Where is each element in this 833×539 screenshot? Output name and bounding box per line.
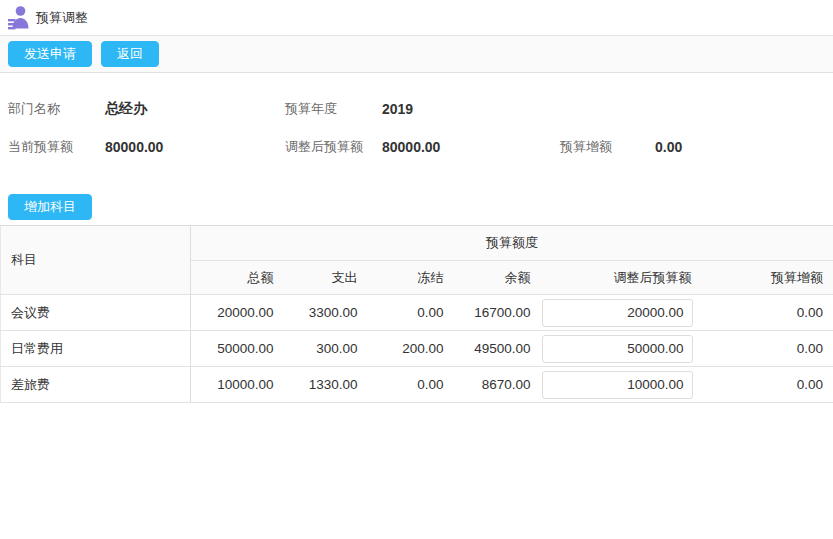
frozen-cell: 0.00 xyxy=(368,295,454,331)
department-label: 部门名称 xyxy=(8,100,60,118)
column-header-balance: 余额 xyxy=(454,261,541,295)
column-header-increase: 预算增额 xyxy=(702,261,833,295)
department-value: 总经办 xyxy=(105,100,147,118)
budget-table: 科目 预算额度 总额 支出 冻结 余额 调整后预算额 预算增额 会议费 2000… xyxy=(0,225,833,403)
adjusted-budget-label: 调整后预算额 xyxy=(285,138,363,156)
frozen-cell: 200.00 xyxy=(368,331,454,367)
budget-year-label: 预算年度 xyxy=(285,100,337,118)
adjusted-cell xyxy=(541,367,702,403)
subject-cell: 日常费用 xyxy=(1,331,191,367)
frozen-cell: 0.00 xyxy=(368,367,454,403)
column-header-spent: 支出 xyxy=(284,261,368,295)
column-header-total: 总额 xyxy=(191,261,284,295)
spent-cell: 300.00 xyxy=(284,331,368,367)
column-group-header-quota: 预算额度 xyxy=(191,226,833,261)
summary-row-1: 部门名称 总经办 预算年度 2019 xyxy=(0,90,833,128)
adjusted-budget-value: 80000.00 xyxy=(382,139,440,155)
summary-row-2: 当前预算额 80000.00 调整后预算额 80000.00 预算增额 0.00 xyxy=(0,128,833,166)
table-row: 差旅费 10000.00 1330.00 0.00 8670.00 0.00 xyxy=(1,367,833,403)
add-subject-button[interactable]: 增加科目 xyxy=(8,194,92,220)
column-header-frozen: 冻结 xyxy=(368,261,454,295)
spent-cell: 3300.00 xyxy=(284,295,368,331)
current-budget-label: 当前预算额 xyxy=(8,138,73,156)
subject-cell: 差旅费 xyxy=(1,367,191,403)
balance-cell: 16700.00 xyxy=(454,295,541,331)
spent-cell: 1330.00 xyxy=(284,367,368,403)
balance-cell: 49500.00 xyxy=(454,331,541,367)
adjusted-budget-input[interactable] xyxy=(542,371,693,399)
adjusted-budget-input[interactable] xyxy=(542,335,693,363)
budget-increase-value: 0.00 xyxy=(655,139,682,155)
budget-year-value: 2019 xyxy=(382,101,413,117)
budget-increase-label: 预算增额 xyxy=(560,138,612,156)
send-request-button[interactable]: 发送申请 xyxy=(8,41,92,67)
column-header-adjusted: 调整后预算额 xyxy=(541,261,702,295)
increase-cell: 0.00 xyxy=(702,367,833,403)
action-toolbar: 发送申请 返回 xyxy=(0,36,833,73)
add-subject-row: 增加科目 xyxy=(8,194,833,220)
total-cell: 50000.00 xyxy=(191,331,284,367)
table-row: 日常费用 50000.00 300.00 200.00 49500.00 0.0… xyxy=(1,331,833,367)
total-cell: 20000.00 xyxy=(191,295,284,331)
adjusted-budget-input[interactable] xyxy=(542,299,693,327)
user-report-icon xyxy=(8,5,29,30)
table-row: 会议费 20000.00 3300.00 0.00 16700.00 0.00 xyxy=(1,295,833,331)
current-budget-value: 80000.00 xyxy=(105,139,163,155)
page-header: 预算调整 xyxy=(0,0,833,36)
balance-cell: 8670.00 xyxy=(454,367,541,403)
page-title: 预算调整 xyxy=(36,9,88,27)
budget-summary-form: 部门名称 总经办 预算年度 2019 当前预算额 80000.00 调整后预算额… xyxy=(0,90,833,183)
increase-cell: 0.00 xyxy=(702,331,833,367)
total-cell: 10000.00 xyxy=(191,367,284,403)
increase-cell: 0.00 xyxy=(702,295,833,331)
column-header-subject: 科目 xyxy=(1,226,191,295)
subject-cell: 会议费 xyxy=(1,295,191,331)
adjusted-cell xyxy=(541,295,702,331)
adjusted-cell xyxy=(541,331,702,367)
back-button[interactable]: 返回 xyxy=(101,41,159,67)
